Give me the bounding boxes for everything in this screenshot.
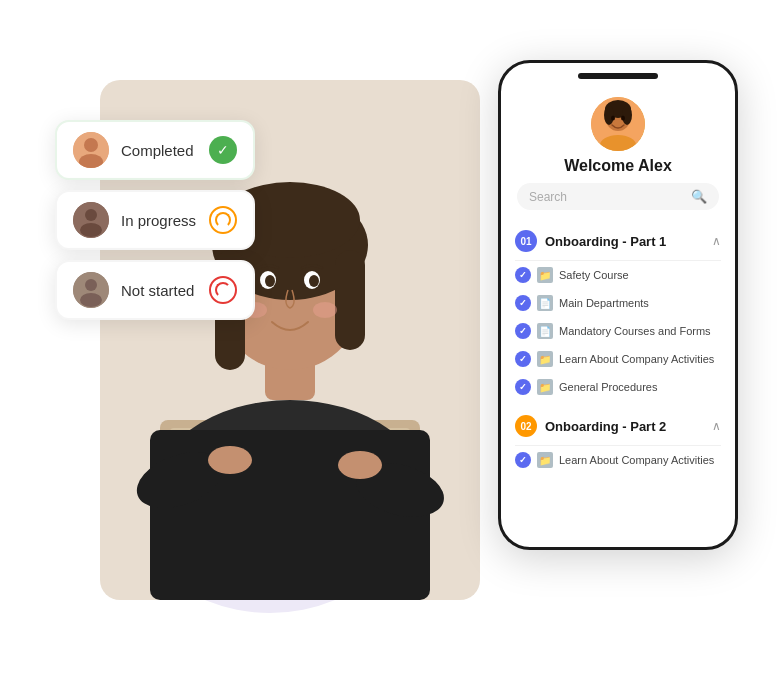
completed-avatar [73, 132, 109, 168]
course-check-icon [515, 295, 531, 311]
course-item: 📁 Learn About Company Activities [501, 345, 735, 373]
section-1-chevron: ∧ [712, 234, 721, 248]
section-1-title: Onboarding - Part 1 [545, 234, 712, 249]
section-1-number: 01 [515, 230, 537, 252]
course-check-icon [515, 267, 531, 283]
section-1-header: 01 Onboarding - Part 1 ∧ [501, 222, 735, 260]
notstarted-card: Not started [55, 260, 255, 320]
notstarted-label: Not started [121, 282, 197, 299]
section-2-chevron: ∧ [712, 419, 721, 433]
phone-content: Welcome Alex Search 🔍 01 Onboarding - Pa… [501, 79, 735, 474]
course-name: Main Departments [559, 297, 649, 309]
svg-point-9 [338, 451, 382, 479]
course-folder-icon: 📁 [537, 351, 553, 367]
course-check-icon [515, 323, 531, 339]
course-folder-icon: 📄 [537, 295, 553, 311]
search-icon: 🔍 [691, 189, 707, 204]
svg-point-21 [313, 302, 337, 318]
svg-point-27 [80, 223, 102, 237]
course-name: Learn About Company Activities [559, 454, 714, 466]
inprogress-label: In progress [121, 212, 197, 229]
svg-point-19 [309, 275, 319, 287]
phone-header: Welcome Alex Search 🔍 [501, 89, 735, 220]
phone-welcome-text: Welcome Alex [564, 157, 672, 175]
course-item: 📁 General Procedures [501, 373, 735, 401]
search-placeholder: Search [529, 190, 685, 204]
course-item: 📄 Mandatory Courses and Forms [501, 317, 735, 345]
svg-point-34 [604, 105, 614, 125]
notstarted-avatar [73, 272, 109, 308]
course-check-icon [515, 379, 531, 395]
course-item: 📁 Safety Course [501, 261, 735, 289]
course-item: 📄 Main Departments [501, 289, 735, 317]
course-check-icon [515, 452, 531, 468]
course-name: Learn About Company Activities [559, 353, 714, 365]
course-name: General Procedures [559, 381, 657, 393]
course-folder-icon: 📁 [537, 452, 553, 468]
phone-search-bar[interactable]: Search 🔍 [517, 183, 719, 210]
course-item: 📁 Learn About Company Activities [501, 446, 735, 474]
notstarted-icon [209, 276, 237, 304]
phone-mockup: Welcome Alex Search 🔍 01 Onboarding - Pa… [498, 60, 738, 550]
course-folder-icon: 📁 [537, 267, 553, 283]
course-name: Mandatory Courses and Forms [559, 325, 711, 337]
inprogress-icon [209, 206, 237, 234]
svg-point-26 [85, 209, 97, 221]
svg-point-30 [80, 293, 102, 307]
svg-point-8 [208, 446, 252, 474]
section-2-header: 02 Onboarding - Part 2 ∧ [501, 407, 735, 445]
status-cards-container: Completed ✓ In progress Not started [55, 120, 255, 320]
course-check-icon [515, 351, 531, 367]
course-folder-icon: 📄 [537, 323, 553, 339]
completed-card: Completed ✓ [55, 120, 255, 180]
svg-point-18 [265, 275, 275, 287]
inprogress-card: In progress [55, 190, 255, 250]
svg-rect-14 [335, 250, 365, 350]
course-name: Safety Course [559, 269, 629, 281]
completed-label: Completed [121, 142, 197, 159]
section-2-number: 02 [515, 415, 537, 437]
svg-point-23 [84, 138, 98, 152]
course-folder-icon: 📁 [537, 379, 553, 395]
svg-point-36 [611, 116, 615, 121]
inprogress-avatar [73, 202, 109, 238]
svg-point-35 [622, 105, 632, 125]
svg-point-29 [85, 279, 97, 291]
section-1: 01 Onboarding - Part 1 ∧ 📁 Safety Course… [501, 222, 735, 401]
completed-icon: ✓ [209, 136, 237, 164]
phone-avatar [591, 97, 645, 151]
section-2: 02 Onboarding - Part 2 ∧ 📁 Learn About C… [501, 407, 735, 474]
section-2-title: Onboarding - Part 2 [545, 419, 712, 434]
svg-point-37 [621, 116, 625, 121]
